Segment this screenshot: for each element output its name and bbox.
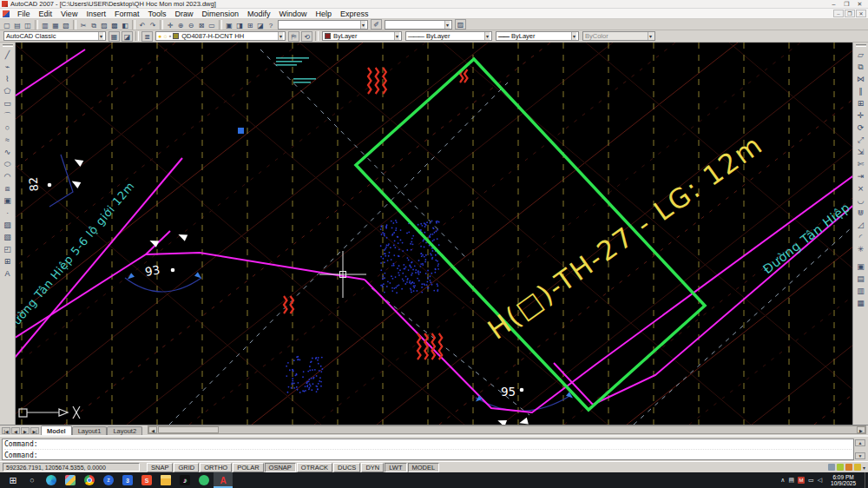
toolbar-icon-item[interactable]: ◫ <box>23 20 33 30</box>
minimize-button[interactable]: – <box>827 0 840 8</box>
tray-doc-icon[interactable]: ▤ <box>788 472 794 488</box>
status-toggle-otrack[interactable]: OTRACK <box>297 463 332 472</box>
toolbar-icon-item[interactable]: ⊠ <box>196 20 207 30</box>
modify-tool-item[interactable]: ⋈ <box>855 73 867 85</box>
menu-item-tools[interactable]: Tools <box>143 10 170 18</box>
taskbar-app-photos[interactable] <box>61 472 80 488</box>
workspace-combo[interactable]: AutoCAD Classic ▾ <box>3 31 106 41</box>
taskbar-search-button[interactable]: ○ <box>23 472 42 488</box>
layer-thaw-sun-icon[interactable]: ☼ <box>162 33 168 39</box>
taskbar-app-file-explorer[interactable] <box>156 472 175 488</box>
draw-tool-item[interactable]: ○ <box>2 122 14 134</box>
draw-tool-item[interactable]: ⊞ <box>2 255 14 267</box>
draw-tool-a[interactable]: A <box>2 267 14 280</box>
status-toggle-dyn[interactable]: DYN <box>361 463 384 472</box>
toolbar-icon-item[interactable]: ⊖ <box>186 20 196 30</box>
modify-tool-item[interactable]: ⇲ <box>855 146 867 158</box>
toolbar-icon-item[interactable]: ◪ <box>255 20 266 30</box>
taskbar-app-shopee[interactable]: S <box>137 472 156 488</box>
menu-item-dimension[interactable]: Dimension <box>197 10 243 18</box>
modify-tool-item[interactable]: ⨯ <box>855 182 867 195</box>
command-history[interactable]: Command: Command: <box>2 439 854 460</box>
tab-layout1[interactable]: Layout1 <box>72 426 108 435</box>
tab-nav-button-item[interactable]: ▶| <box>30 427 39 434</box>
menu-item-view[interactable]: View <box>56 10 82 18</box>
toolbar-icon-item[interactable]: ▭ <box>207 20 217 30</box>
draworder-tool-item[interactable]: ▦ <box>855 297 867 309</box>
draworder-tool-item[interactable]: ▥ <box>855 285 867 297</box>
draw-tool-item[interactable]: ∙ <box>2 207 14 219</box>
draw-tool-item[interactable]: ▧ <box>2 231 14 243</box>
tray-icon-4[interactable] <box>828 464 835 471</box>
toolbar-icon-item[interactable]: ✛ <box>165 20 175 30</box>
tray-overflow-icon[interactable]: ▾ <box>863 465 865 471</box>
draworder-tool-item[interactable]: ▤ <box>855 273 867 285</box>
lineweight-combo[interactable]: —— ByLayer ▾ <box>496 31 579 41</box>
dim-style-combo[interactable]: ▾ <box>385 20 452 30</box>
status-toggle-model[interactable]: MODEL <box>408 463 440 472</box>
doc-minimize-button[interactable]: – <box>833 10 844 17</box>
horizontal-scrollbar[interactable]: ◀ ▶ <box>148 425 866 434</box>
tray-icon-1[interactable] <box>854 464 861 471</box>
draw-tool-item[interactable]: ⌒ <box>2 109 14 122</box>
toolbar-icon-item[interactable]: ▦ <box>50 20 61 30</box>
scroll-up-icon[interactable]: ▲ <box>855 439 865 446</box>
toolbar-icon-item[interactable]: ▤ <box>12 20 23 30</box>
taskbar-app-capcut[interactable] <box>194 472 214 488</box>
taskbar-clock[interactable]: 6:09 PM 10/9/2025 <box>825 474 861 486</box>
status-toggle-polar[interactable]: POLAR <box>233 463 263 472</box>
tab-layout2[interactable]: Layout2 <box>107 426 142 435</box>
modify-tool-item[interactable]: ✄ <box>855 158 867 170</box>
tab-model[interactable]: Model <box>41 425 72 435</box>
modify-tool-item[interactable]: ⇥ <box>855 170 867 182</box>
draw-tool-item[interactable]: ⬭ <box>2 158 14 170</box>
taskbar-app-tiktok[interactable]: ♪ <box>175 472 194 488</box>
toolbar-icon-item[interactable]: ◨ <box>234 20 245 30</box>
scroll-right-icon[interactable]: ▶ <box>857 426 865 433</box>
draw-tool-item[interactable]: ⧈ <box>2 182 14 195</box>
menu-item-draw[interactable]: Draw <box>170 10 197 18</box>
scroll-left-icon[interactable]: ◀ <box>148 426 157 433</box>
modify-tool-item[interactable]: ✛ <box>855 109 867 122</box>
status-toggle-ducs[interactable]: DUCS <box>333 463 360 472</box>
status-toggle-snap[interactable]: SNAP <box>147 463 173 472</box>
taskbar-app-3[interactable]: 3 <box>118 472 137 488</box>
scrollbar-thumb[interactable] <box>158 426 219 433</box>
layer-on-bulb-icon[interactable]: ● <box>158 33 161 39</box>
toolbar-icon-item[interactable]: ◧ <box>120 20 130 30</box>
tray-chevron-icon[interactable]: ∧ <box>780 472 785 488</box>
draw-tool-item[interactable]: ⌇ <box>2 73 14 85</box>
scroll-down-icon[interactable]: ▼ <box>855 452 865 459</box>
style-combo[interactable]: ▾ <box>278 20 368 30</box>
taskbar-app-edge[interactable] <box>42 472 61 488</box>
menu-item-format[interactable]: Format <box>110 10 144 18</box>
tray-display-icon[interactable]: ▭ <box>808 472 814 488</box>
modify-tool-item[interactable]: ◿ <box>855 219 867 231</box>
status-toggle-ortho[interactable]: ORTHO <box>200 463 232 472</box>
make-layer-current-button[interactable]: ⛿ <box>288 31 299 42</box>
draw-tool-item[interactable]: ◰ <box>2 243 14 255</box>
taskbar-app-autocad[interactable]: A <box>214 472 233 488</box>
draw-tool-item[interactable]: ╱ <box>2 49 14 61</box>
menu-item-express[interactable]: Express <box>336 10 373 18</box>
close-button[interactable]: ✕ <box>853 0 866 8</box>
color-combo[interactable]: ByLayer ▾ <box>322 31 402 41</box>
doc-close-button[interactable]: ✕ <box>856 10 866 17</box>
draw-tool-item[interactable]: ≈ <box>2 134 14 146</box>
toolbar-icon-item[interactable]: ↶ <box>137 20 148 30</box>
draw-tool-item[interactable]: ◠ <box>2 170 14 182</box>
modify-tool-item[interactable]: ∥ <box>855 85 867 97</box>
layer-lock-icon[interactable]: ▪ <box>169 33 171 39</box>
draw-tool-item[interactable]: ▣ <box>2 195 14 207</box>
tab-nav-button-item[interactable]: ▶ <box>21 427 30 434</box>
menu-item-help[interactable]: Help <box>312 10 337 18</box>
taskbar-app-zalo[interactable]: Z <box>99 472 118 488</box>
workspace-save-button[interactable]: ◪ <box>122 31 133 42</box>
toolbar-icon-item[interactable]: ? <box>266 20 276 30</box>
linetype-combo[interactable]: ——— ByLayer ▾ <box>405 31 492 41</box>
menu-item-edit[interactable]: Edit <box>35 10 57 18</box>
modify-tool-item[interactable]: ⋓ <box>855 207 867 219</box>
status-toggle-lwt[interactable]: LWT <box>385 463 406 472</box>
toolbar-icon-item[interactable]: ⊞ <box>245 20 255 30</box>
layer-previous-button[interactable]: ⟲ <box>301 31 312 42</box>
